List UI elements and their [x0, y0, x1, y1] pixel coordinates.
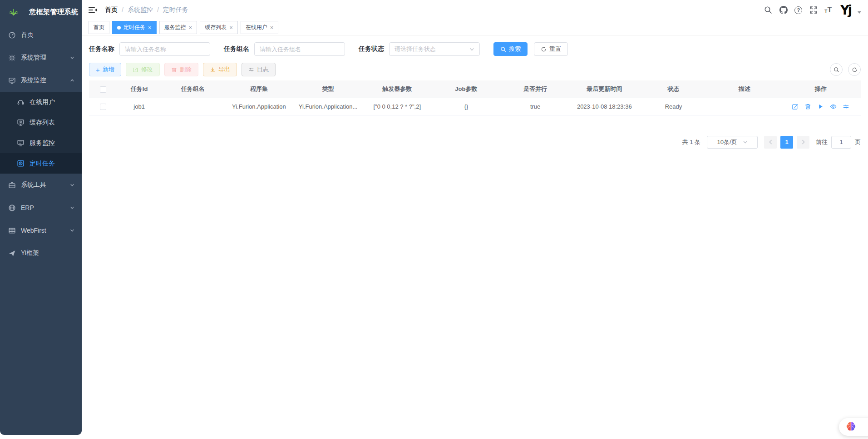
app-title: 意框架管理系统 [29, 8, 79, 16]
jumper-suffix: 页 [855, 138, 861, 146]
col-description: 描述 [708, 80, 781, 98]
sidebar-item-system-tools[interactable]: 系统工具 [0, 174, 82, 196]
github-icon[interactable] [779, 6, 788, 15]
breadcrumb-separator: / [122, 6, 123, 14]
sidebar-item-service-monitor[interactable]: 服务监控 [0, 133, 82, 153]
col-status: 状态 [639, 80, 708, 98]
log-button[interactable]: 日志 [242, 63, 276, 76]
sidebar-item-label: 系统监控 [21, 76, 46, 85]
col-type: 类型 [294, 80, 363, 98]
tab-scheduled-tasks[interactable]: 定时任务 × [112, 21, 157, 34]
sidebar-item-system-monitor[interactable]: 系统监控 [0, 69, 82, 92]
cell-task-id: job1 [117, 98, 161, 115]
sidebar-item-yi-framework[interactable]: Yi框架 [0, 242, 82, 264]
cell-description [708, 98, 781, 115]
search-button[interactable]: 搜索 [493, 42, 528, 56]
view-icon[interactable] [830, 103, 837, 110]
run-icon[interactable] [817, 103, 824, 110]
sidebar-item-label: 缓存列表 [30, 119, 55, 127]
breadcrumb-home[interactable]: 首页 [105, 6, 118, 14]
sidebar-menu: 首页 系统管理 系统监控 [0, 24, 82, 264]
gear-icon [8, 54, 16, 62]
task-group-input[interactable] [254, 42, 345, 56]
tab-service-monitor[interactable]: 服务监控 × [159, 21, 197, 34]
page-number-button[interactable]: 1 [780, 136, 793, 149]
select-placeholder: 请选择任务状态 [395, 45, 436, 53]
sidebar-item-label: 定时任务 [30, 160, 55, 168]
edit-icon[interactable] [792, 103, 799, 110]
sidebar-item-label: Yi框架 [21, 249, 39, 257]
schedule-icon [17, 160, 25, 167]
reset-button-label: 重置 [549, 45, 561, 53]
font-size-icon[interactable]: TT [824, 6, 832, 14]
page-size-value: 10条/页 [717, 138, 737, 146]
delete-button[interactable]: 删除 [164, 63, 198, 76]
user-avatar-logo[interactable]: Yj [840, 3, 851, 18]
dashboard-icon [8, 31, 16, 39]
prev-page-button[interactable] [764, 136, 777, 149]
sidebar-item-cache-list[interactable]: 缓存列表 [0, 112, 82, 133]
tab-cache-list[interactable]: 缓存列表 × [200, 21, 238, 34]
app-logo[interactable]: 意框架管理系统 [0, 0, 82, 24]
col-concurrent: 是否并行 [501, 80, 570, 98]
next-page-button[interactable] [797, 136, 809, 149]
pagination: 共 1 条 10条/页 1 前往 页 [89, 136, 861, 149]
caret-down-icon[interactable] [858, 11, 861, 14]
reset-button[interactable]: 重置 [534, 42, 568, 56]
plus-icon: + [96, 66, 100, 73]
select-all-checkbox[interactable] [100, 86, 106, 93]
sidebar-item-home[interactable]: 首页 [0, 24, 82, 46]
sidebar-item-scheduled-tasks[interactable]: 定时任务 [0, 153, 82, 174]
pagination-total: 共 1 条 [682, 138, 700, 146]
sidebar-item-label: 系统管理 [21, 54, 46, 62]
tab-online-users[interactable]: 在线用户 × [241, 21, 279, 34]
delete-button-label: 删除 [180, 65, 192, 74]
breadcrumb: 首页 / 系统监控 / 定时任务 [105, 6, 188, 14]
sidebar-item-online-users[interactable]: 在线用户 [0, 92, 82, 112]
export-button[interactable]: 导出 [203, 63, 237, 76]
sidebar-item-erp[interactable]: ERP [0, 196, 82, 219]
tab-label: 服务监控 [164, 24, 186, 31]
search-button-label: 搜索 [509, 45, 521, 53]
sidebar-item-label: 在线用户 [30, 98, 55, 106]
cell-assembly: Yi.Furion.Application [224, 98, 293, 115]
navbar-actions: ? TT Yj [764, 3, 861, 17]
globe-icon [8, 204, 16, 212]
close-icon[interactable]: × [229, 25, 233, 30]
chevron-down-icon [70, 183, 74, 187]
cell-type: Yi.Furion.Application... [294, 98, 363, 115]
fullscreen-icon[interactable] [809, 6, 818, 15]
page-size-select[interactable]: 10条/页 [707, 136, 758, 149]
chevron-down-icon [70, 205, 74, 210]
jumper-input[interactable] [831, 136, 851, 149]
tab-home[interactable]: 首页 [89, 21, 109, 34]
table-refresh-icon[interactable] [848, 63, 861, 76]
task-status-select[interactable]: 请选择任务状态 [389, 42, 480, 56]
chevron-down-icon [743, 140, 748, 145]
assistant-floating-button[interactable] [839, 418, 868, 436]
sidebar-item-system-management[interactable]: 系统管理 [0, 46, 82, 69]
grid-icon [8, 227, 16, 234]
close-icon[interactable]: × [270, 25, 274, 30]
cell-job-params: {} [432, 98, 501, 115]
row-checkbox[interactable] [100, 104, 106, 110]
chevron-down-icon [70, 55, 74, 60]
delete-icon[interactable] [804, 103, 811, 110]
table-search-toggle-icon[interactable] [830, 63, 843, 76]
sidebar-fold-icon[interactable] [89, 5, 99, 15]
task-status-label: 任务状态 [359, 45, 384, 53]
log-icon[interactable] [843, 103, 849, 110]
add-button[interactable]: + 新增 [89, 63, 121, 76]
close-icon[interactable]: × [189, 25, 192, 30]
search-icon[interactable] [764, 6, 772, 15]
active-dot [117, 26, 121, 30]
headset-icon [17, 98, 25, 106]
table-toolbar: + 新增 修改 删除 导出 日志 [89, 63, 861, 76]
task-name-label: 任务名称 [89, 45, 114, 53]
edit-button[interactable]: 修改 [126, 63, 160, 76]
breadcrumb-system-monitor[interactable]: 系统监控 [128, 6, 153, 14]
sidebar-item-webfirst[interactable]: WebFirst [0, 219, 82, 242]
help-icon[interactable]: ? [794, 6, 802, 14]
close-icon[interactable]: × [148, 25, 152, 30]
task-name-input[interactable] [119, 42, 210, 56]
